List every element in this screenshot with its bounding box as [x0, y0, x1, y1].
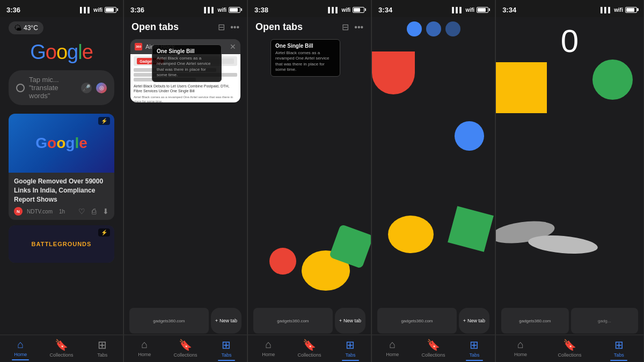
- download-icon[interactable]: ⬇: [103, 207, 109, 216]
- nav-indicator-coll-4: [425, 360, 442, 361]
- thumb-domain-5b: gadg...: [573, 319, 636, 323]
- copy-tabs-icon-2[interactable]: ⊟: [342, 22, 349, 32]
- share-icon[interactable]: ⎙: [92, 207, 96, 216]
- nav-home-3[interactable]: ⌂ Home: [248, 338, 289, 361]
- signal-icon-4: ▌▌▌: [452, 7, 463, 13]
- nav-collections-4[interactable]: 🔖 Collections: [413, 338, 453, 361]
- new-tab-btn-2[interactable]: + New tab: [335, 308, 365, 334]
- news-source: NDTV.com: [27, 209, 53, 215]
- wifi-icon-3: wifi: [341, 7, 350, 13]
- more-icon-1[interactable]: •••: [230, 23, 239, 32]
- status-icons-4: ▌▌▌ wifi: [452, 7, 488, 13]
- dot-blue-3: [445, 21, 460, 36]
- nav-tabs-3[interactable]: ⊞ Tabs: [330, 338, 371, 361]
- nav-collections-2[interactable]: 🔖 Collections: [165, 338, 206, 361]
- bottom-nav-4: ⌂ Home 🔖 Collections ⊞ Tabs: [372, 335, 495, 362]
- home-icon-1: ⌂: [17, 338, 24, 351]
- logo-l: l: [78, 41, 82, 63]
- more-icon-2[interactable]: •••: [354, 23, 363, 32]
- tabs-icon-3: ⊞: [346, 338, 355, 351]
- nav-tabs-2[interactable]: ⊞ Tabs: [206, 338, 247, 361]
- shape-green-4: [448, 206, 494, 252]
- collections-icon-1: 🔖: [55, 338, 68, 351]
- search-bar[interactable]: Tap mic... "translate words" 🎤 ◎: [9, 70, 114, 105]
- nav-tabs-5[interactable]: ⊞ Tabs: [594, 338, 643, 361]
- wifi-icon-5: wifi: [614, 7, 623, 13]
- mic-icon[interactable]: 🎤: [81, 83, 92, 93]
- nav-indicator-home-4: [384, 359, 401, 360]
- shape-green-5: [592, 60, 633, 100]
- panel-opentabs-2: 3:38 ▌▌▌ wifi Open tabs ⊟ ••• One Single…: [248, 0, 371, 362]
- time-1: 3:36: [6, 6, 20, 14]
- shape-blue-4: [455, 121, 484, 151]
- wifi-icon-2: wifi: [217, 7, 226, 13]
- tooltip-body-1: Airtel Black comes as a revamped One Air…: [157, 56, 217, 78]
- tab-area-3: One Single Bill Airtel Black comes as a …: [254, 39, 364, 104]
- logo-g2: g: [67, 41, 78, 63]
- nav-indicator-coll-1: [53, 360, 70, 361]
- news-actions: ♡ ⎙ ⬇: [78, 207, 109, 216]
- nav-tabs-1[interactable]: ⊞ Tabs: [82, 338, 123, 361]
- plus-icon-2: +: [339, 318, 342, 323]
- tab-thumbnails-1: gadgets360.com + New tab: [124, 307, 247, 335]
- thumb-item-1[interactable]: gadgets360.com: [129, 308, 209, 334]
- news-meta-1: N NDTV.com 1h ♡ ⎙ ⬇: [14, 207, 109, 216]
- news-title-1: Google Removed Over 59000 Links In India…: [14, 177, 109, 204]
- nav-home-5[interactable]: ⌂ Home: [496, 338, 545, 361]
- tabs-title-2: Open tabs: [255, 21, 303, 33]
- news-card-1[interactable]: Google ⚡ Google Removed Over 59000 Links…: [9, 114, 114, 220]
- nav-home-4[interactable]: ⌂ Home: [372, 338, 413, 361]
- nav-collections-1[interactable]: 🔖 Collections: [41, 338, 82, 361]
- news-card-2[interactable]: BATTLEGROUNDS ⚡: [9, 225, 114, 263]
- thumb-item-5[interactable]: gadgets360.com: [501, 308, 568, 334]
- new-tab-btn-4[interactable]: + New tab: [459, 308, 489, 334]
- nav-collections-label-2: Collections: [174, 352, 197, 358]
- google-logo: Google: [9, 41, 114, 64]
- time-5: 3:34: [502, 6, 516, 14]
- copy-tabs-icon-1[interactable]: ⊟: [218, 22, 225, 32]
- nav-collections-5[interactable]: 🔖 Collections: [545, 338, 595, 361]
- tabs-icon-2: ⊞: [222, 338, 231, 351]
- nav-home-label-3: Home: [262, 352, 275, 357]
- tab-tooltip-2: One Single Bill Airtel Black comes as a …: [270, 39, 340, 77]
- tab-close-1[interactable]: ✕: [230, 42, 236, 51]
- signal-icon-3: ▌▌▌: [328, 7, 339, 13]
- nav-home-2[interactable]: ⌂ Home: [124, 338, 165, 361]
- lens-icon[interactable]: ◎: [96, 83, 107, 93]
- battlegrounds-title: BATTLEGROUNDS: [32, 241, 92, 247]
- bottom-nav-3: ⌂ Home 🔖 Collections ⊞ Tabs: [248, 335, 371, 362]
- article-body-preview: Airtel Black comes as a revamped One Air…: [134, 95, 237, 102]
- nav-collections-3[interactable]: 🔖 Collections: [289, 338, 330, 361]
- thumb-item-2a[interactable]: gadgets360.com: [253, 308, 333, 334]
- thumb-item-4[interactable]: gadgets360.com: [377, 308, 457, 334]
- tabs-header-icons-2: ⊟ •••: [342, 22, 363, 32]
- nav-home-label-1: Home: [14, 352, 27, 357]
- status-icons-3: ▌▌▌ wifi: [328, 7, 364, 13]
- article-text-preview: Airtel Black Debuts to Let Users Combine…: [134, 84, 237, 93]
- logo-o1: o: [46, 41, 56, 63]
- nav-indicator-home-2: [136, 359, 153, 360]
- nav-home-1[interactable]: ⌂ Home: [0, 338, 41, 361]
- tab-count-badge: 0: [496, 17, 643, 60]
- nav-indicator-home-3: [260, 359, 277, 360]
- collections-icon-3: 🔖: [303, 338, 316, 351]
- status-icons-1: ▌▌▌ wifi: [80, 7, 116, 13]
- nav-indicator-tabs-5: [610, 360, 627, 361]
- nav-indicator-tabs-2: [218, 360, 235, 361]
- nav-home-label-5: Home: [514, 352, 527, 357]
- thumb-domain-1: gadgets360.com: [131, 319, 207, 323]
- nav-indicator-tabs-1: [94, 360, 111, 361]
- battery-icon-3: [353, 7, 364, 13]
- tabs-icon-5: ⊞: [614, 338, 624, 351]
- new-tab-btn-1[interactable]: + New tab: [211, 308, 241, 334]
- tabs-icon-4: ⊞: [470, 338, 479, 351]
- tab-card-1[interactable]: 360 Airtel Black... ✕ Gadgets360 Airtel …: [130, 39, 240, 102]
- wifi-icon-1: wifi: [93, 7, 103, 13]
- thumb-item-5b[interactable]: gadg...: [571, 308, 638, 334]
- collections-icon-5: 🔖: [563, 338, 576, 351]
- tab-favicon-1: 360: [135, 43, 142, 50]
- search-placeholder: Tap mic... "translate words": [29, 76, 77, 100]
- panel-home: 3:36 ▌▌▌ wifi 🌤 43°C Google Tap mic... "…: [0, 0, 123, 362]
- nav-tabs-4[interactable]: ⊞ Tabs: [454, 338, 495, 361]
- heart-icon[interactable]: ♡: [78, 207, 85, 216]
